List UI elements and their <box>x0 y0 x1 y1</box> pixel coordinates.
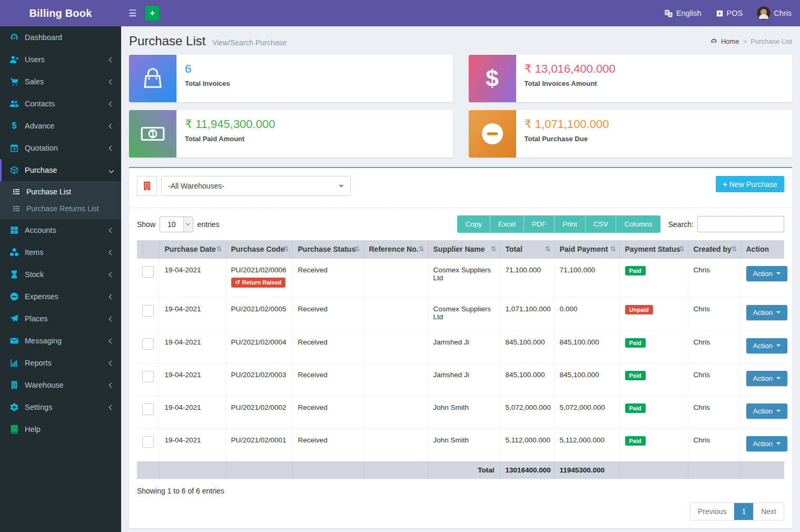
sidebar-item-stock[interactable]: Stock <box>0 263 121 285</box>
app-logo[interactable]: Billing Book <box>0 0 121 26</box>
gears-icon <box>9 402 19 412</box>
row-checkbox[interactable] <box>142 305 154 317</box>
pagination-previous[interactable]: Previous <box>690 503 734 520</box>
sidebar-item-reports[interactable]: Reports <box>0 352 121 374</box>
col-purchase-date[interactable]: Purchase Date⇅ <box>159 240 225 259</box>
col-paid-payment[interactable]: Paid Payment⇅ <box>554 240 619 259</box>
row-checkbox[interactable] <box>142 371 154 382</box>
cell-action: Action <box>740 363 784 396</box>
select-all-checkbox[interactable] <box>142 244 143 254</box>
cell-supplier: John Smith <box>428 428 500 461</box>
sidebar-item-purchase-returns-list[interactable]: Purchase Returns List <box>0 200 121 217</box>
breadcrumb-home[interactable]: Home <box>721 37 739 45</box>
row-checkbox[interactable] <box>142 338 154 350</box>
sidebar-item-label: Users <box>25 55 45 64</box>
cell-status: Received <box>292 297 363 330</box>
page-subtitle: View/Search Purchase <box>212 38 287 47</box>
sort-icon: ⇅ <box>679 244 685 254</box>
return-raised-badge: ↺Return Raised <box>231 278 286 288</box>
action-button[interactable]: Action <box>746 371 788 386</box>
sidebar-item-help[interactable]: Help <box>0 418 121 440</box>
col-payment-status[interactable]: Payment Status⇅ <box>619 240 688 259</box>
building-icon <box>142 181 152 191</box>
print-button[interactable]: Print <box>554 215 585 233</box>
sort-icon: ⇅ <box>354 244 360 254</box>
cell-total: 5,112,000.000 <box>500 428 554 461</box>
cell-status: Received <box>292 363 363 396</box>
pos-menu[interactable]: POS <box>716 9 743 17</box>
action-button[interactable]: Action <box>746 436 788 451</box>
row-checkbox[interactable] <box>142 436 154 448</box>
select-all-header[interactable] <box>137 240 159 259</box>
action-button[interactable]: Action <box>746 305 788 320</box>
language-menu[interactable]: A English <box>664 9 702 18</box>
sidebar-item-messaging[interactable]: Messaging <box>0 330 121 352</box>
sidebar-item-accounts[interactable]: Accounts <box>0 219 121 241</box>
chevron-down-icon <box>109 168 114 173</box>
sidebar-item-items[interactable]: Items <box>0 241 121 263</box>
new-purchase-button[interactable]: + New Purchase <box>716 176 784 192</box>
sidebar-item-expenses[interactable]: Expenses <box>0 285 121 308</box>
quick-add-button[interactable]: + <box>145 5 160 21</box>
gauge-icon <box>710 38 717 45</box>
copy-button[interactable]: Copy <box>457 215 490 233</box>
cell-payment-status: Paid <box>619 259 688 298</box>
stat-value: ₹ 1,071,100.000 <box>525 117 609 131</box>
sidebar-item-dashboard[interactable]: Dashboard <box>0 26 121 48</box>
cell-payment-status: Paid <box>619 363 688 396</box>
cell-created-by: Chris <box>688 396 740 428</box>
page-title: Purchase List <box>129 34 205 48</box>
csv-button[interactable]: CSV <box>585 215 616 233</box>
col-purchase-status[interactable]: Purchase Status⇅ <box>292 240 363 259</box>
user-menu[interactable]: Chris <box>757 6 792 20</box>
cell-payment-status: Unpaid <box>619 297 688 330</box>
warehouse-select[interactable]: -All Warehouses- <box>161 176 351 196</box>
table-summary: Showing 1 to 6 of 6 entries <box>137 487 784 495</box>
columns-button[interactable]: Columns <box>616 215 660 233</box>
row-checkbox[interactable] <box>142 403 154 415</box>
col-total[interactable]: Total⇅ <box>500 240 554 259</box>
caret-down-icon <box>776 377 781 379</box>
svg-text:A: A <box>669 13 671 16</box>
money-bill-icon: 1 <box>129 110 176 157</box>
pdf-button[interactable]: PDF <box>524 215 554 233</box>
user-name: Chris <box>774 9 792 17</box>
sidebar-item-advance[interactable]: $ Advance <box>0 115 121 137</box>
cell-reference <box>363 363 428 396</box>
cell-date: 19-04-2021 <box>159 259 225 298</box>
sidebar-item-settings[interactable]: Settings <box>0 396 121 418</box>
cell-total: 5,072,000.000 <box>500 396 554 428</box>
cart-icon <box>9 77 19 86</box>
sidebar-item-purchase-list[interactable]: Purchase List <box>0 183 121 200</box>
sidebar-item-warehouse[interactable]: Warehouse <box>0 374 121 396</box>
col-created-by[interactable]: Created by⇅ <box>688 240 740 259</box>
pagination-page-1[interactable]: 1 <box>734 503 753 520</box>
col-reference-no[interactable]: Reference No.⇅ <box>363 240 428 259</box>
action-button[interactable]: Action <box>746 266 788 281</box>
excel-button[interactable]: Excel <box>490 215 524 233</box>
sidebar-item-purchase[interactable]: Purchase <box>0 159 121 181</box>
sidebar-toggle-icon[interactable]: ☰ <box>121 8 144 19</box>
chevron-left-icon <box>109 101 114 106</box>
sidebar-item-users[interactable]: Users <box>0 48 121 71</box>
pagination-next[interactable]: Next <box>753 503 784 520</box>
action-button[interactable]: Action <box>746 338 788 353</box>
action-button[interactable]: Action <box>746 403 788 419</box>
search-input[interactable] <box>697 216 784 232</box>
main-content: Purchase List View/Search Purchase Home … <box>121 0 800 528</box>
col-supplier-name[interactable]: Supplier Name⇅ <box>428 240 500 259</box>
sidebar-item-sales[interactable]: Sales <box>0 71 121 93</box>
cell-code: PU/2021/02/0004 <box>225 330 292 363</box>
sidebar-item-contacts[interactable]: Contacts <box>0 93 121 115</box>
col-purchase-code[interactable]: Purchase Code⇅ <box>225 240 292 259</box>
chevron-left-icon <box>109 382 114 388</box>
sidebar-item-quotation[interactable]: Quotation <box>0 137 121 159</box>
sort-icon: ⇅ <box>545 244 551 254</box>
sidebar-item-label: Messaging <box>25 337 62 345</box>
page-length-select[interactable]: 10 <box>160 216 193 232</box>
row-checkbox[interactable] <box>142 266 154 278</box>
cell-created-by: Chris <box>688 330 740 363</box>
sidebar-item-places[interactable]: Places <box>0 308 121 330</box>
table-row: 19-04-2021 PU/2021/02/0006 ↺Return Raise… <box>137 259 784 298</box>
cell-action: Action <box>740 396 784 428</box>
